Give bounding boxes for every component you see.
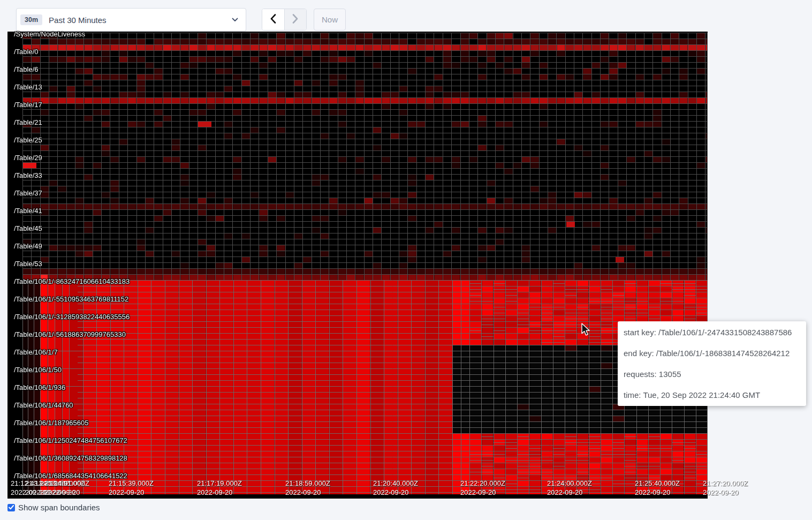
checkmark-icon <box>9 505 14 510</box>
time-nav-group <box>262 9 307 31</box>
footer: Show span boundaries <box>7 503 100 512</box>
tooltip-line: time: Tue, 20 Sep 2022 21:24:40 GMT <box>624 390 801 400</box>
time-axis-label: 21:27:20.000Z2022-09-20 <box>703 479 748 497</box>
chevron-down-icon <box>232 18 238 22</box>
time-range-dropdown[interactable]: 30m Past 30 Minutes <box>16 8 246 32</box>
chevron-left-icon <box>270 14 276 26</box>
now-button[interactable]: Now <box>314 9 346 31</box>
heatmap-canvas[interactable] <box>7 32 708 499</box>
show-span-boundaries-checkbox[interactable] <box>7 504 15 511</box>
time-range-badge: 30m <box>20 14 42 26</box>
tooltip-line: requests: 13055 <box>624 370 801 379</box>
show-span-boundaries-label: Show span boundaries <box>18 503 100 512</box>
chevron-right-icon <box>292 14 298 26</box>
heatmap-tooltip: start key: /Table/106/1/-247433150824388… <box>618 321 806 406</box>
prev-button[interactable] <box>262 9 285 30</box>
tooltip-line: end key: /Table/106/1/-18683814745282642… <box>624 349 801 358</box>
tooltip-line: start key: /Table/106/1/-247433150824388… <box>624 328 801 337</box>
time-range-label: Past 30 Minutes <box>49 16 232 25</box>
key-visualizer-heatmap[interactable]: /System/NodeLiveness/Table/0/Table/6/Tab… <box>7 32 708 499</box>
next-button[interactable] <box>285 9 307 30</box>
